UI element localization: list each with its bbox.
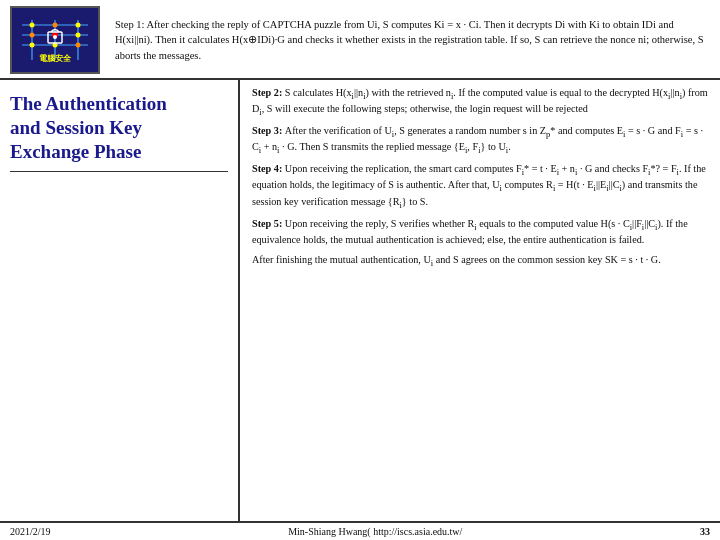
step-2-text: S calculates H(xi||ni) with the retrieve… [252, 87, 708, 114]
svg-point-7 [30, 23, 35, 28]
logo-box: 電腦安全 [10, 6, 100, 74]
footer-url: http://iscs.asia.edu.tw/ [373, 526, 462, 537]
section-title: The Authentication and Session Key Excha… [10, 92, 228, 163]
step-3-block: Step 3: After the verification of Ui, S … [252, 124, 708, 156]
footer-author: Min-Shiang Hwang( http://iscs.asia.edu.t… [51, 526, 700, 537]
step-2-block: Step 2: S calculates H(xi||ni) with the … [252, 86, 708, 118]
step-3-text: After the verification of Ui, S generate… [252, 125, 703, 152]
step-4-text: Upon receiving the replication, the smar… [252, 163, 706, 206]
top-step1-text: Step 1: After checking the reply of CAPT… [100, 17, 710, 63]
page-container: 電腦安全 Step 1: After checking the reply of… [0, 0, 720, 540]
right-panel: Step 2: S calculates H(xi||ni) with the … [240, 80, 720, 521]
circuit-icon: 電腦安全 [17, 15, 93, 65]
step-4-block: Step 4: Upon receiving the replication, … [252, 162, 708, 210]
svg-point-13 [30, 43, 35, 48]
step-4-label: Step 4: [252, 163, 285, 174]
left-panel: The Authentication and Session Key Excha… [0, 80, 240, 521]
conclusion-text: After finishing the mutual authenticatio… [252, 254, 661, 265]
footer-date: 2021/2/19 [10, 526, 51, 537]
svg-text:電腦安全: 電腦安全 [39, 53, 72, 63]
step-3-label: Step 3: [252, 125, 285, 136]
top-image-area: 電腦安全 Step 1: After checking the reply of… [0, 0, 720, 80]
main-content: The Authentication and Session Key Excha… [0, 80, 720, 521]
svg-point-12 [76, 33, 81, 38]
step-5-block: Step 5: Upon receiving the reply, S veri… [252, 217, 708, 248]
svg-point-9 [76, 23, 81, 28]
step-5-label: Step 5: [252, 218, 285, 229]
step-2-label: Step 2: [252, 87, 285, 98]
footer-page: 33 [700, 526, 710, 537]
step-5-text: Upon receiving the reply, S verifies whe… [252, 218, 688, 245]
bottom-bar: 2021/2/19 Min-Shiang Hwang( http://iscs.… [0, 521, 720, 540]
left-divider [10, 171, 228, 172]
svg-point-15 [76, 43, 81, 48]
svg-point-10 [30, 33, 35, 38]
conclusion-block: After finishing the mutual authenticatio… [252, 253, 708, 269]
svg-point-8 [53, 23, 58, 28]
svg-point-17 [53, 35, 57, 39]
